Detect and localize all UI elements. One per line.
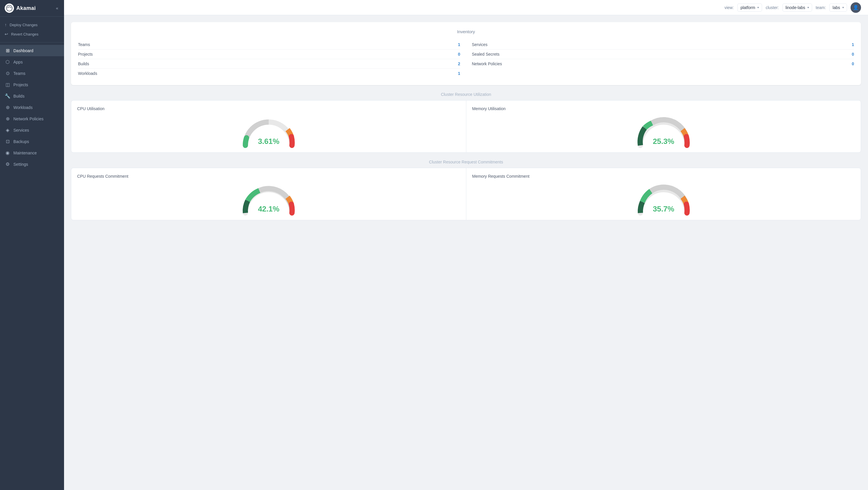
projects-icon: ◫	[5, 82, 10, 87]
view-select[interactable]: platform ▾	[737, 3, 762, 12]
sidebar-header: Akamai «	[0, 0, 64, 17]
inventory-value[interactable]: 0	[852, 52, 854, 57]
sidebar-item-teams[interactable]: ⊙ Teams	[0, 67, 64, 79]
sidebar-item-backups[interactable]: ⊡ Backups	[0, 136, 64, 147]
inventory-value[interactable]: 2	[458, 61, 460, 66]
commitments-title: Cluster Resource Request Commitments	[71, 160, 861, 164]
inventory-row: Workloads 1	[78, 69, 460, 78]
view-value: platform	[741, 5, 755, 10]
projects-label: Projects	[13, 82, 28, 87]
memory-commitment-value: 35.7%	[653, 204, 675, 213]
logo-icon	[5, 3, 14, 13]
revert-icon: ↩	[5, 32, 8, 36]
settings-icon: ⚙	[5, 162, 10, 167]
backups-icon: ⊡	[5, 139, 10, 144]
maintenance-label: Maintenance	[13, 151, 37, 155]
avatar-icon: 👤	[853, 5, 859, 10]
cluster-label: cluster:	[766, 5, 779, 10]
inventory-row: Teams 1	[78, 40, 460, 50]
sidebar-item-services[interactable]: ◈ Services	[0, 124, 64, 136]
memory-gauge-container: 25.3%	[634, 113, 693, 149]
sidebar-item-projects[interactable]: ◫ Projects	[0, 79, 64, 90]
dashboard-label: Dashboard	[13, 48, 33, 53]
inventory-label: Network Policies	[472, 61, 502, 66]
team-chevron-icon: ▾	[842, 6, 844, 9]
sidebar-item-dashboard[interactable]: ⊞ Dashboard	[0, 45, 64, 56]
inventory-value[interactable]: 0	[852, 61, 854, 66]
inventory-label: Services	[472, 42, 488, 47]
main-content: Inventory Teams 1 Projects 0 Builds 2 Wo…	[64, 15, 868, 490]
inventory-title: Inventory	[78, 29, 854, 34]
sidebar-item-builds[interactable]: 🔧 Builds	[0, 90, 64, 102]
sidebar-item-maintenance[interactable]: ◉ Maintenance	[0, 147, 64, 158]
cpu-utilization-gauge: 3.61%	[77, 113, 460, 152]
cpu-commitment-gauge: 42.1%	[77, 181, 460, 220]
teams-icon: ⊙	[5, 70, 10, 76]
inventory-row: Sealed Secrets 0	[472, 50, 854, 59]
teams-label: Teams	[13, 71, 25, 76]
sidebar-item-workloads[interactable]: ⊛ Workloads	[0, 102, 64, 113]
revert-changes-button[interactable]: ↩ Revert Changes	[0, 29, 64, 39]
sidebar-actions: ↑ Deploy Changes ↩ Revert Changes	[0, 17, 64, 42]
memory-commitment-title: Memory Requests Commitment	[472, 174, 855, 179]
apps-label: Apps	[13, 60, 23, 64]
inventory-row: Projects 0	[78, 50, 460, 59]
sidebar-item-apps[interactable]: ⬡ Apps	[0, 56, 64, 67]
inventory-row: Services 1	[472, 40, 854, 50]
services-icon: ◈	[5, 127, 10, 133]
inventory-value[interactable]: 1	[458, 42, 460, 47]
cluster-select[interactable]: linode-labs ▾	[782, 3, 812, 12]
cpu-utilization-value: 3.61%	[258, 137, 279, 146]
builds-icon: 🔧	[5, 93, 10, 99]
cpu-gauge-container: 3.61%	[240, 113, 298, 149]
utilization-title: Cluster Resource Utilization	[71, 92, 861, 97]
commitments-gauges: CPU Requests Commitment	[71, 168, 861, 220]
utilization-section: Cluster Resource Utilization CPU Utilisa…	[71, 92, 861, 153]
network-policies-icon: ⊕	[5, 116, 10, 121]
sidebar-item-settings[interactable]: ⚙ Settings	[0, 158, 64, 170]
cpu-commitment-title: CPU Requests Commitment	[77, 174, 460, 179]
memory-commitment-gauge-container: 35.7%	[634, 181, 693, 217]
sidebar-item-network-policies[interactable]: ⊕ Network Policies	[0, 113, 64, 124]
inventory-grid: Teams 1 Projects 0 Builds 2 Workloads 1 …	[78, 40, 854, 78]
cluster-value: linode-labs	[786, 5, 805, 10]
memory-utilization-title: Memory Utilisation	[472, 106, 855, 111]
backups-label: Backups	[13, 139, 29, 144]
inventory-value[interactable]: 1	[852, 42, 854, 47]
sidebar: Akamai « ↑ Deploy Changes ↩ Revert Chang…	[0, 0, 64, 490]
deploy-icon: ↑	[5, 23, 7, 27]
logo-area: Akamai	[5, 3, 36, 13]
builds-label: Builds	[13, 94, 25, 98]
inventory-card: Inventory Teams 1 Projects 0 Builds 2 Wo…	[71, 22, 861, 85]
workloads-label: Workloads	[13, 105, 33, 110]
cpu-commitment-card: CPU Requests Commitment	[71, 168, 466, 220]
revert-changes-label: Revert Changes	[11, 32, 38, 36]
collapse-button[interactable]: «	[55, 5, 59, 12]
maintenance-icon: ◉	[5, 150, 10, 155]
logo-text: Akamai	[16, 5, 36, 11]
memory-utilization-gauge: 25.3%	[472, 113, 855, 152]
sidebar-nav: ⊞ Dashboard ⬡ Apps ⊙ Teams ◫ Projects 🔧 …	[0, 42, 64, 490]
cluster-chevron-icon: ▾	[807, 6, 809, 9]
memory-utilization-value: 25.3%	[653, 137, 675, 146]
dashboard-icon: ⊞	[5, 48, 10, 53]
main-area: view: platform ▾ cluster: linode-labs ▾ …	[64, 0, 868, 490]
team-select[interactable]: labs ▾	[829, 3, 847, 12]
avatar-button[interactable]: 👤	[850, 2, 861, 13]
inventory-right: Services 1 Sealed Secrets 0 Network Poli…	[472, 40, 854, 78]
inventory-label: Projects	[78, 52, 93, 57]
deploy-changes-label: Deploy Changes	[10, 23, 37, 27]
services-label: Services	[13, 128, 29, 133]
inventory-value[interactable]: 0	[458, 52, 460, 57]
team-label: team:	[816, 5, 826, 10]
deploy-changes-button[interactable]: ↑ Deploy Changes	[0, 20, 64, 29]
memory-commitment-gauge: 35.7%	[472, 181, 855, 220]
memory-commitment-card: Memory Requests Commitment	[466, 168, 861, 220]
view-label: view:	[724, 5, 734, 10]
inventory-row: Builds 2	[78, 59, 460, 69]
commitments-section: Cluster Resource Request Commitments CPU…	[71, 160, 861, 220]
settings-label: Settings	[13, 162, 28, 167]
inventory-value[interactable]: 1	[458, 71, 460, 76]
view-chevron-icon: ▾	[757, 6, 759, 9]
inventory-row: Network Policies 0	[472, 59, 854, 68]
